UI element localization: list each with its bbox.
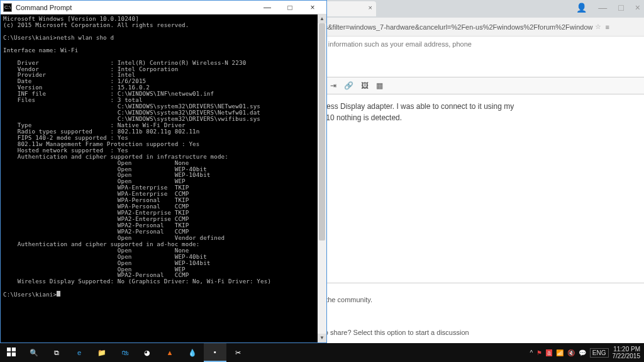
cmd-close-button[interactable]: × xyxy=(301,1,324,14)
content-line: vs 10 nothing is detected. xyxy=(316,112,641,123)
search-icon: 🔍 xyxy=(30,349,38,357)
system-tray: ^ ⚑ a 📶 🔇 💬 ENG 11:20 PM 7/22/2015 xyxy=(530,346,644,359)
folder-icon: 📁 xyxy=(97,349,106,357)
taskbar-clock[interactable]: 11:20 PM 7/22/2015 xyxy=(613,346,641,359)
cmd-minimize-button[interactable]: — xyxy=(256,1,279,14)
toolbar-table-icon[interactable]: ▦ xyxy=(376,81,383,90)
svg-rect-0 xyxy=(7,348,11,351)
windows-logo-icon xyxy=(7,348,16,358)
ask-community-text: ask the community. xyxy=(313,296,644,303)
scissors-icon: ✂ xyxy=(235,349,241,357)
cmd-titlebar[interactable]: C:\ Command Prompt — □ × xyxy=(1,1,326,14)
app-taskbar-button[interactable]: 💧 xyxy=(181,343,204,362)
editor-toolbar: ⇤ ⇥ 🔗 🖼 ▦ xyxy=(313,77,644,94)
cmd-app-icon: C:\ xyxy=(3,3,12,12)
vlc-icon: ▲ xyxy=(167,349,174,356)
store-taskbar-button[interactable]: 🛍 xyxy=(113,343,136,362)
share-discussion-text: ce to share? Select this option to start… xyxy=(313,329,644,336)
browser-minimize-icon[interactable]: — xyxy=(598,3,607,13)
taskbar: 🔍 ⧉ e 📁 🛍 ◕ ▲ 💧 ▪ ✂ ^ ⚑ a 📶 🔇 💬 ENG 11:2… xyxy=(0,343,644,362)
tray-language[interactable]: ENG xyxy=(590,348,609,358)
droplet-icon: 💧 xyxy=(188,349,197,357)
cmd-scrollbar[interactable]: ▲ ▼ xyxy=(318,14,326,342)
tray-network-icon[interactable]: 📶 xyxy=(556,349,564,356)
start-button[interactable] xyxy=(0,343,23,362)
browser-menu-icon[interactable]: ≡ xyxy=(605,23,609,31)
explorer-taskbar-button[interactable]: 📁 xyxy=(91,343,113,362)
scroll-down-icon[interactable]: ▼ xyxy=(318,334,326,342)
svg-rect-2 xyxy=(7,353,11,356)
toolbar-image-icon[interactable]: 🖼 xyxy=(361,81,369,90)
cmd-title-text: Command Prompt xyxy=(16,4,72,11)
cmd-maximize-button[interactable]: □ xyxy=(279,1,301,14)
toolbar-link-icon[interactable]: 🔗 xyxy=(344,81,353,90)
edge-icon: e xyxy=(77,349,81,356)
search-button[interactable]: 🔍 xyxy=(23,343,45,362)
vlc-taskbar-button[interactable]: ▲ xyxy=(158,343,181,362)
tray-notification-icon[interactable]: 💬 xyxy=(579,349,586,356)
clock-time: 11:20 PM xyxy=(613,346,641,353)
svg-rect-1 xyxy=(12,348,16,351)
task-view-button[interactable]: ⧉ xyxy=(45,343,68,362)
url-fragment: tions&filter=windows_7-hardware&cancelur… xyxy=(313,23,592,31)
toolbar-indent-icon[interactable]: ⇥ xyxy=(330,81,336,90)
command-prompt-window: C:\ Command Prompt — □ × Microsoft Windo… xyxy=(0,0,327,343)
tray-chevron-icon[interactable]: ^ xyxy=(530,349,533,356)
content-line: ireless Display adapter. I was able to c… xyxy=(316,101,641,112)
svg-rect-3 xyxy=(12,353,16,356)
scroll-up-icon[interactable]: ▲ xyxy=(318,14,326,23)
scroll-thumb[interactable] xyxy=(319,23,325,240)
edge-taskbar-button[interactable]: e xyxy=(68,343,91,362)
chrome-taskbar-button[interactable]: ◕ xyxy=(136,343,158,362)
tray-avira-icon[interactable]: a xyxy=(546,349,552,356)
cmd-taskbar-icon: ▪ xyxy=(214,348,216,356)
tab-close-icon[interactable]: × xyxy=(369,4,372,11)
cmd-taskbar-button[interactable]: ▪ xyxy=(204,343,226,362)
store-icon: 🛍 xyxy=(121,349,128,356)
notice-text: onal information such as your email addr… xyxy=(313,37,644,52)
browser-maximize-icon[interactable]: □ xyxy=(618,3,623,13)
bookmark-star-icon[interactable]: ☆ xyxy=(595,23,601,31)
tray-flag-icon[interactable]: ⚑ xyxy=(536,349,542,356)
tray-volume-icon[interactable]: 🔇 xyxy=(567,349,575,356)
scroll-track[interactable] xyxy=(318,23,326,334)
snipping-taskbar-button[interactable]: ✂ xyxy=(226,343,249,362)
clock-date: 7/22/2015 xyxy=(613,353,641,359)
browser-close-icon[interactable]: × xyxy=(635,3,640,13)
chrome-icon: ◕ xyxy=(144,349,150,357)
editor-content[interactable]: ireless Display adapter. I was able to c… xyxy=(313,94,644,283)
browser-user-icon[interactable]: 👤 xyxy=(576,3,587,13)
task-view-icon: ⧉ xyxy=(54,349,59,357)
cmd-terminal-output[interactable]: Microsoft Windows [Version 10.0.10240] (… xyxy=(1,14,318,342)
